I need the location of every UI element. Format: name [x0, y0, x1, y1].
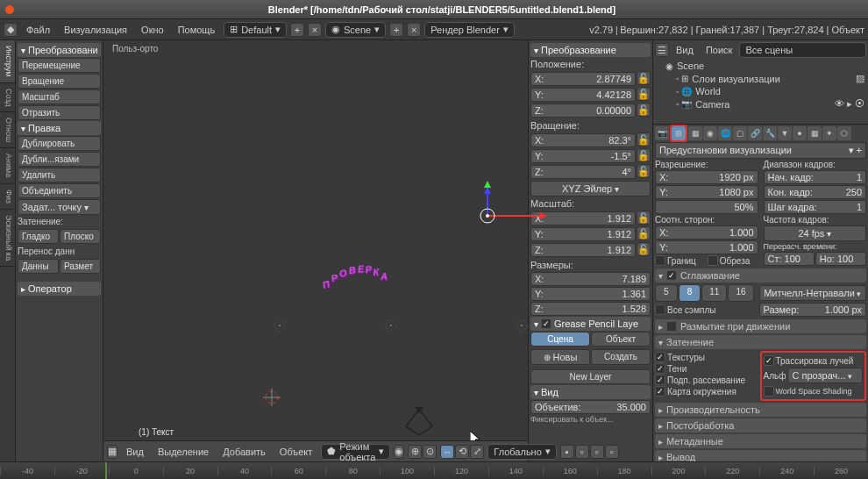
- layer-buttons[interactable]: ▪▫▫▫: [560, 445, 619, 459]
- shadows-checkbox[interactable]: ✓: [655, 363, 665, 374]
- scene-add-button[interactable]: +: [389, 23, 403, 37]
- loc-y-input[interactable]: Y:4.42128: [530, 88, 636, 102]
- prop-tab-scene[interactable]: ◉: [703, 126, 717, 140]
- output-section[interactable]: ▸ Вывод: [655, 450, 866, 461]
- dim-y-input[interactable]: Y:1.361: [530, 287, 651, 301]
- manipulator-gizmo[interactable]: [479, 181, 549, 251]
- playhead[interactable]: [105, 462, 107, 479]
- orientation-dropdown[interactable]: Глобально ▾: [487, 444, 557, 460]
- asp-y-input[interactable]: Y:1.000: [655, 240, 758, 254]
- prop-tab-layers[interactable]: ▦: [688, 126, 702, 140]
- translate-button[interactable]: Перемещение: [18, 58, 101, 73]
- textures-checkbox[interactable]: ✓: [655, 352, 665, 362]
- blender-icon[interactable]: ◆: [4, 23, 18, 37]
- scale-button[interactable]: Масштаб: [18, 89, 101, 104]
- menu-help[interactable]: Помощь: [173, 23, 221, 37]
- vp-view-menu[interactable]: Вид: [121, 445, 149, 459]
- prop-tab-particles[interactable]: ✦: [822, 126, 836, 140]
- crop-checkbox[interactable]: [708, 255, 718, 266]
- res-pct-input[interactable]: 50%: [655, 200, 758, 214]
- rot-z-input[interactable]: Z:4°: [530, 165, 636, 179]
- vp-object-menu[interactable]: Объект: [274, 445, 317, 459]
- aa-filter-dropdown[interactable]: Митчелл-Нетравали ▾: [759, 285, 867, 301]
- vp-add-menu[interactable]: Добавить: [217, 445, 271, 459]
- gp-create-button[interactable]: Создать: [591, 349, 651, 365]
- lock-icon[interactable]: 🔓: [637, 226, 651, 240]
- new-input[interactable]: Но: 100: [815, 252, 866, 266]
- post-section[interactable]: ▸ Постобработка: [655, 418, 866, 433]
- aa-size-input[interactable]: Размер:1.000 px: [759, 303, 867, 317]
- text3d-object[interactable]: ПРОВЕРКА: [323, 246, 391, 288]
- loc-x-input[interactable]: X:2.87749: [530, 72, 636, 86]
- envmap-checkbox[interactable]: ✓: [655, 386, 665, 397]
- full-sample-checkbox[interactable]: [655, 304, 665, 315]
- join-button[interactable]: Объединить: [18, 183, 101, 198]
- layout-dropdown[interactable]: ⊞Default▾: [224, 22, 287, 38]
- end-frame-input[interactable]: Кон. кадр:250: [764, 185, 867, 199]
- prop-tab-world[interactable]: 🌐: [718, 126, 732, 140]
- start-frame-input[interactable]: Нач. кадр:1: [764, 170, 867, 184]
- mode-dropdown[interactable]: ⬟ Режим объекта ▾: [321, 444, 390, 460]
- menu-render[interactable]: Визуализация: [59, 23, 132, 37]
- outliner-search[interactable]: Поиск: [701, 43, 737, 57]
- scene-del-button[interactable]: ×: [407, 23, 421, 37]
- wss-checkbox[interactable]: [764, 386, 774, 397]
- gp-scene-button[interactable]: Сцена: [530, 332, 590, 347]
- outliner-item-scene[interactable]: ◉ Scene: [655, 60, 866, 72]
- scene-dropdown[interactable]: ◉Scene▾: [325, 22, 386, 38]
- aa-11-button[interactable]: 11: [701, 284, 727, 302]
- vp-select-menu[interactable]: Выделение: [153, 445, 214, 459]
- window-close-icon[interactable]: [5, 5, 14, 14]
- raytrace-checkbox[interactable]: ✓: [764, 355, 774, 366]
- tab-anim[interactable]: Анима: [0, 148, 15, 183]
- loc-z-input[interactable]: Z:0.00000: [530, 104, 636, 118]
- rot-x-input[interactable]: X:82.3°: [530, 133, 636, 147]
- aa-16-button[interactable]: 16: [728, 284, 753, 302]
- outliner-view[interactable]: Вид: [671, 43, 699, 57]
- engine-dropdown[interactable]: Рендер Blender▾: [424, 22, 515, 38]
- sss-checkbox[interactable]: ✓: [655, 375, 665, 385]
- prop-tab-material[interactable]: ●: [793, 126, 807, 140]
- panel-edit[interactable]: ▾ Правка: [18, 121, 101, 135]
- res-x-input[interactable]: X:1920 px: [655, 170, 758, 184]
- editor-type-icon[interactable]: ▦: [107, 445, 117, 459]
- n-view-panel[interactable]: ▾ Вид: [530, 385, 651, 399]
- aa-section[interactable]: ▾ ✓ Сглаживание: [655, 268, 866, 282]
- border-checkbox[interactable]: [655, 255, 665, 266]
- presets-dropdown[interactable]: Предустановки визуализации▾ +: [655, 142, 866, 159]
- pivot-buttons[interactable]: ⊕⊙: [408, 445, 437, 459]
- prop-tab-texture[interactable]: ▦: [808, 126, 822, 140]
- duplicate-linked-button[interactable]: Дубли...язами: [18, 152, 101, 167]
- gp-newlayer-button[interactable]: New Layer: [530, 369, 651, 384]
- res-y-input[interactable]: Y:1080 px: [655, 185, 758, 199]
- lens-input[interactable]: Объектив:35.000: [530, 400, 651, 414]
- mblur-section[interactable]: ▸ Размытие при движении: [655, 319, 866, 333]
- tab-tools[interactable]: Инструм: [0, 40, 15, 83]
- viewport-3d[interactable]: Польз-орто ПРОВЕРКА (1) Текст ▦: [103, 40, 528, 461]
- outliner-item-world[interactable]: ◦ 🌐 World: [655, 85, 866, 97]
- outliner-filter-dropdown[interactable]: Все сцены: [739, 42, 866, 58]
- aa-5-button[interactable]: 5: [655, 284, 678, 302]
- lamp-object[interactable]: [267, 312, 293, 339]
- aa-8-button[interactable]: 8: [679, 284, 701, 302]
- lock-icon[interactable]: 🔓: [637, 103, 651, 117]
- gp-object-button[interactable]: Объект: [591, 332, 651, 347]
- menu-window[interactable]: Окно: [136, 23, 169, 37]
- layout-add-button[interactable]: +: [290, 23, 304, 37]
- tab-relations[interactable]: Отнош: [0, 112, 15, 148]
- smooth-button[interactable]: Гладко: [18, 229, 59, 244]
- layout-del-button[interactable]: ×: [308, 23, 322, 37]
- gpencil-panel[interactable]: ▾ ✓ Grease Pencil Laye: [530, 317, 651, 331]
- step-frame-input[interactable]: Шаг кадра:1: [764, 200, 867, 214]
- n-transform-panel[interactable]: ▾ Преобразование: [530, 43, 651, 57]
- shading-solid-icon[interactable]: ◉: [394, 445, 404, 459]
- gp-new-button[interactable]: ⊕ Новы: [530, 349, 590, 365]
- lock-icon[interactable]: 🔓: [637, 242, 651, 256]
- outliner-item-camera[interactable]: ◦ 📷 Camera 👁 ▸ ⦿: [655, 97, 866, 111]
- rot-y-input[interactable]: Y:-1.5°: [530, 149, 636, 163]
- asp-x-input[interactable]: X:1.000: [655, 225, 758, 240]
- lock-icon[interactable]: 🔓: [637, 211, 651, 225]
- outliner-editor-icon[interactable]: ☰: [655, 43, 669, 57]
- timeline-track[interactable]: -40-200204060801001201401601802002202402…: [0, 462, 868, 479]
- lock-icon[interactable]: 🔓: [637, 71, 651, 85]
